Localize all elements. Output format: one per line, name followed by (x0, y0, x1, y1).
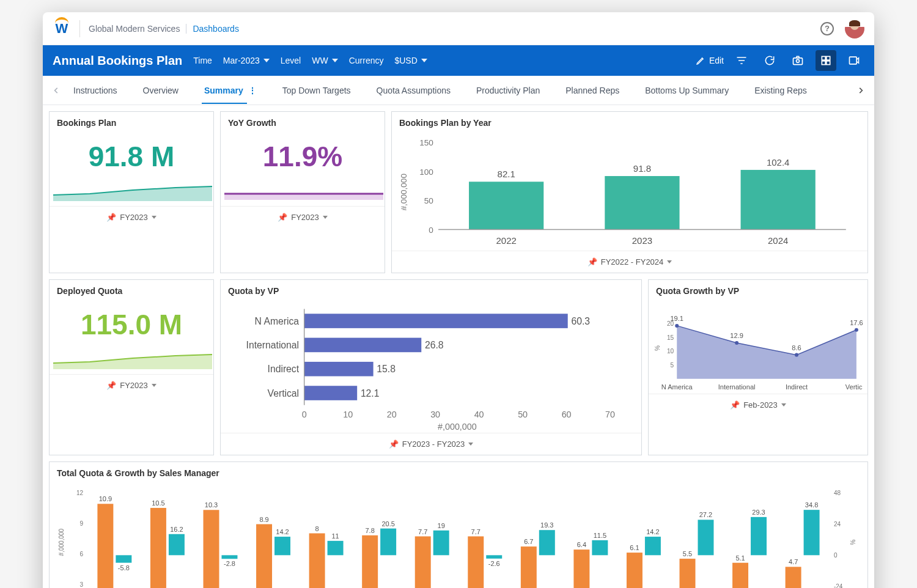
svg-text:#,000,000: #,000,000 (399, 174, 408, 211)
breadcrumb-dashboards[interactable]: Dashboards (193, 24, 239, 34)
card-bookings-plan: Bookings Plan 91.8 M 📌 FY2023 (49, 111, 214, 273)
filter-time[interactable]: Mar-2023 (223, 56, 270, 65)
svg-rect-4 (822, 61, 825, 65)
svg-rect-103 (486, 555, 502, 559)
svg-text:8.9: 8.9 (259, 516, 268, 523)
svg-rect-105 (521, 546, 537, 588)
svg-text:#,000,000: #,000,000 (58, 528, 65, 556)
tenant-name: Global Modern Services (89, 24, 180, 34)
svg-text:102.4: 102.4 (767, 157, 789, 167)
card-footer-picker[interactable]: 📌 FY2022 - FY2024 (392, 251, 867, 273)
svg-text:15: 15 (667, 334, 674, 340)
svg-text:60: 60 (562, 409, 572, 419)
avatar[interactable] (845, 19, 864, 39)
svg-text:10: 10 (343, 409, 353, 419)
card-footer-picker[interactable]: 📌 FY2023 (50, 374, 213, 396)
svg-text:5: 5 (671, 362, 674, 369)
tab-productivity-plan[interactable]: Productivity Plan (474, 77, 542, 104)
svg-rect-24 (304, 314, 568, 328)
svg-text:70: 70 (605, 409, 615, 419)
svg-text:International: International (718, 383, 756, 390)
svg-text:6.7: 6.7 (524, 538, 533, 545)
svg-rect-101 (468, 536, 484, 588)
svg-text:6.1: 6.1 (630, 544, 639, 551)
svg-text:14.2: 14.2 (276, 528, 289, 535)
svg-rect-33 (304, 386, 357, 400)
help-icon[interactable]: ? (820, 22, 834, 35)
chart-total-quota-growth: 36912-2402448#,000,000%10.9-5.810.516.21… (54, 484, 863, 588)
pin-icon: 📌 (278, 213, 287, 222)
tab-menu-icon[interactable]: ⋮ (248, 86, 257, 95)
svg-text:2024: 2024 (768, 235, 788, 246)
svg-text:5.5: 5.5 (683, 550, 692, 557)
kpi-value: 11.9% (221, 134, 385, 177)
kpi-value: 115.0 M (50, 302, 213, 345)
svg-text:50: 50 (424, 196, 434, 205)
pin-icon: 📌 (106, 213, 116, 222)
card-title: Bookings Plan (50, 112, 213, 134)
tab-scroll-left[interactable] (48, 86, 65, 95)
svg-rect-83 (221, 555, 237, 559)
grid-view-icon[interactable] (816, 50, 836, 71)
svg-text:15.8: 15.8 (377, 364, 396, 374)
card-quota-growth-vp: Quota Growth by VP 5101520%19.1N America… (648, 279, 868, 455)
card-title: Quota by VP (221, 280, 641, 302)
divider (79, 20, 80, 37)
svg-rect-111 (592, 540, 608, 556)
svg-text:14.2: 14.2 (646, 528, 659, 535)
svg-text:6.4: 6.4 (577, 541, 586, 548)
svg-text:27.2: 27.2 (699, 511, 712, 518)
svg-text:0: 0 (429, 226, 433, 235)
tab-summary[interactable]: Summary⋮ (202, 77, 259, 104)
svg-text:Indirect: Indirect (268, 364, 300, 374)
svg-rect-119 (698, 520, 713, 555)
card-footer-picker[interactable]: 📌 FY2023 (50, 206, 213, 228)
card-quota-by-vp: Quota by VP N America60.3International26… (220, 279, 642, 455)
card-title: Bookings Plan by Year (392, 112, 867, 134)
svg-text:82.1: 82.1 (498, 169, 515, 179)
svg-text:4.7: 4.7 (789, 558, 798, 565)
tab-bottoms-up-summary[interactable]: Bottoms Up Summary (643, 77, 731, 104)
svg-text:91.8: 91.8 (633, 163, 651, 174)
svg-text:8.6: 8.6 (792, 344, 801, 351)
svg-text:10.9: 10.9 (99, 495, 112, 502)
svg-rect-121 (732, 563, 748, 588)
chart-quota-by-vp: N America60.3International26.8Indirect15… (226, 302, 636, 433)
edit-button[interactable]: Edit (696, 56, 724, 65)
svg-rect-95 (380, 529, 396, 556)
tab-existing-reps[interactable]: Existing Reps (752, 77, 809, 104)
tab-quota-assumptions[interactable]: Quota Assumptions (374, 77, 453, 104)
svg-text:%: % (654, 345, 661, 350)
tab-top-down-targets[interactable]: Top Down Targets (280, 77, 353, 104)
card-footer-picker[interactable]: 📌 Feb-2023 (649, 394, 867, 416)
filter-icon[interactable] (731, 50, 752, 71)
tab-scroll-right[interactable] (852, 86, 869, 95)
chart-bookings-by-year: 050100150#,000,00082.1202291.82023102.42… (397, 134, 863, 251)
card-footer-picker[interactable]: 📌 FY2023 - FY2023 (221, 433, 641, 455)
card-footer-picker[interactable]: 📌 FY2023 (221, 206, 385, 228)
card-bookings-by-year: Bookings Plan by Year 050100150#,000,000… (391, 111, 868, 273)
tab-planned-reps[interactable]: Planned Reps (563, 77, 622, 104)
filter-level[interactable]: WW (312, 56, 337, 65)
svg-text:26.8: 26.8 (425, 340, 444, 350)
svg-text:%: % (850, 540, 856, 545)
filter-label-time: Time (193, 56, 212, 65)
camera-icon[interactable] (787, 50, 808, 71)
tab-overview[interactable]: Overview (141, 77, 181, 104)
svg-text:5.1: 5.1 (735, 554, 745, 562)
filter-currency[interactable]: $USD (394, 56, 427, 65)
svg-text:2022: 2022 (496, 235, 517, 246)
pin-icon: 📌 (389, 439, 399, 449)
svg-point-51 (675, 323, 679, 327)
tab-instructions[interactable]: Instructions (71, 77, 120, 104)
svg-text:N America: N America (661, 383, 693, 390)
svg-rect-17 (605, 176, 679, 229)
svg-text:20.5: 20.5 (381, 520, 394, 527)
present-icon[interactable] (844, 50, 864, 71)
svg-point-57 (795, 353, 798, 356)
refresh-icon[interactable] (759, 50, 780, 71)
svg-rect-81 (204, 510, 219, 588)
svg-text:30: 30 (430, 409, 440, 419)
svg-text:150: 150 (419, 138, 433, 147)
workday-logo[interactable]: W (53, 20, 71, 38)
